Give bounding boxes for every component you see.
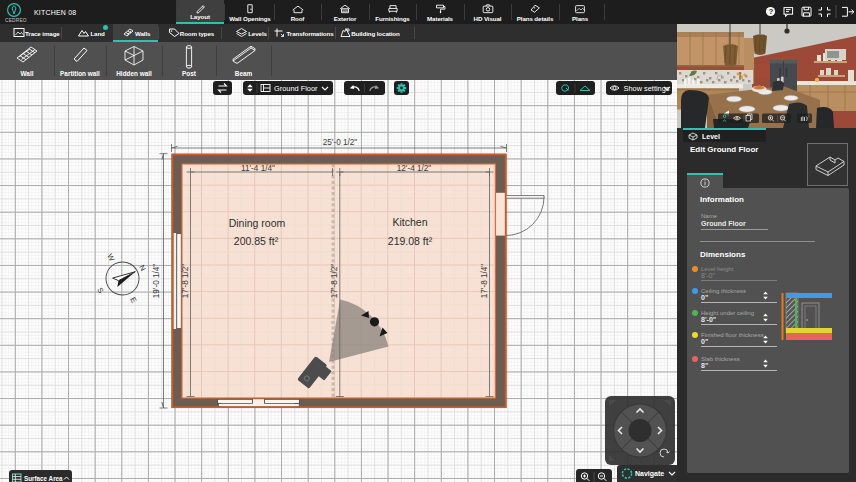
svg-text:17'-8 1/2": 17'-8 1/2" [330, 264, 339, 299]
svg-text:25'-0 1/2": 25'-0 1/2" [323, 138, 358, 147]
svg-text:W: W [105, 252, 117, 263]
svg-text:11'-4 1/4": 11'-4 1/4" [241, 164, 275, 173]
svg-text:19'-0 1/4": 19'-0 1/4" [152, 264, 161, 299]
svg-text:17'-8 1/4": 17'-8 1/4" [480, 264, 489, 299]
svg-text:Kitchen: Kitchen [392, 216, 427, 228]
svg-text:CEDREO: CEDREO [5, 18, 27, 23]
svg-text:17'-8 1/2": 17'-8 1/2" [181, 264, 190, 299]
svg-text:Surface Area: Surface Area [24, 475, 63, 482]
svg-text:219.08 ft²: 219.08 ft² [388, 235, 433, 247]
svg-text:Ground Floor: Ground Floor [274, 84, 318, 93]
svg-text:N: N [137, 263, 147, 272]
svg-text:Navigate: Navigate [635, 470, 664, 478]
svg-text:E: E [128, 296, 138, 305]
svg-text:200.85 ft²: 200.85 ft² [234, 235, 279, 247]
svg-text:S: S [95, 286, 105, 295]
svg-text:Dining room: Dining room [229, 217, 286, 229]
svg-text:12'-4 1/2": 12'-4 1/2" [397, 164, 432, 173]
svg-text:Show settings: Show settings [623, 83, 669, 92]
svg-text:?: ? [768, 7, 773, 16]
